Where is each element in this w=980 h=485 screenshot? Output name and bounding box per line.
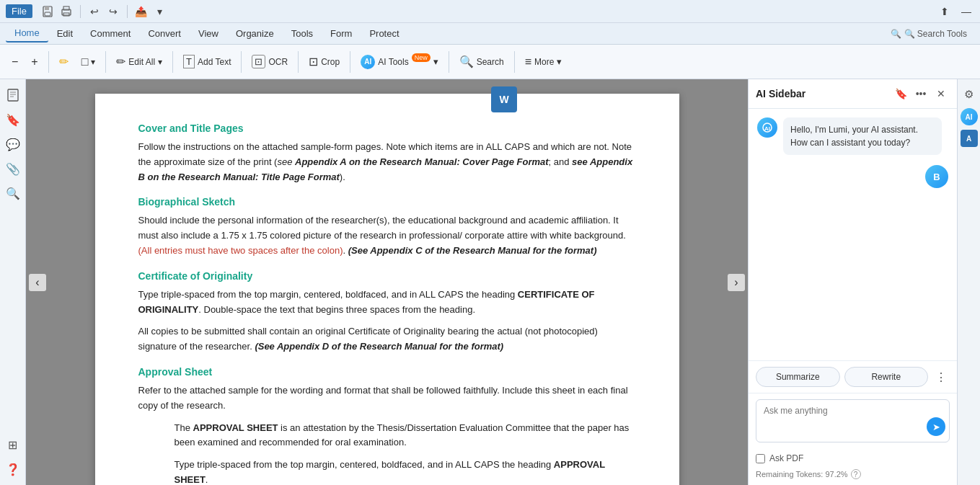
- share-icon[interactable]: 📤: [133, 4, 149, 19]
- sidebar-page-icon[interactable]: [3, 85, 23, 105]
- menu-view[interactable]: View: [190, 25, 227, 42]
- zoom-in-icon: +: [31, 55, 37, 68]
- toolbar-sep-4: [241, 51, 242, 73]
- approval-paragraph-2: The APPROVAL SHEET is an attestation by …: [175, 421, 636, 451]
- ai-header-icons: 🔖 ••• ✕: [892, 85, 950, 102]
- more-dropdown-icon[interactable]: ▾: [152, 4, 168, 19]
- highlight-icon: ✏: [59, 55, 69, 68]
- zoom-out-button[interactable]: −: [6, 50, 24, 74]
- ai-sidebar-title: AI Sidebar: [756, 88, 888, 99]
- page-prev-button[interactable]: ‹: [29, 274, 46, 291]
- crop-icon: ⊡: [309, 55, 318, 68]
- title-separator: [80, 5, 81, 18]
- word-edge-icon[interactable]: A: [961, 130, 978, 147]
- toolbar-sep-5: [298, 51, 299, 73]
- ask-pdf-row: Ask PDF: [749, 450, 957, 466]
- edit-all-label: Edit All: [128, 57, 155, 67]
- add-text-label: Add Text: [198, 57, 231, 67]
- ai-bookmark-icon[interactable]: 🔖: [892, 85, 909, 102]
- summarize-button[interactable]: Summarize: [756, 367, 840, 387]
- ai-more-icon[interactable]: •••: [912, 85, 930, 102]
- ai-input-field[interactable]: [756, 399, 950, 442]
- word-icon: W: [491, 86, 517, 112]
- left-sidebar: 🔖 💬 📎 🔍 ⊞ ❓: [0, 79, 26, 485]
- sidebar-attachment-icon[interactable]: 📎: [3, 159, 23, 179]
- right-edge: ⚙ AI A: [957, 79, 980, 485]
- highlight-button[interactable]: ✏: [53, 50, 74, 74]
- title-bar-icons: ↩ ↪ 📤 ▾: [40, 4, 168, 19]
- page-next-button[interactable]: ›: [728, 274, 745, 291]
- approval-paragraph-3: Type triple-spaced from the top margin, …: [175, 458, 636, 485]
- ocr-label: OCR: [268, 57, 288, 67]
- sidebar-bookmark-icon[interactable]: 🔖: [3, 110, 23, 130]
- add-text-icon: T: [183, 55, 195, 68]
- ai-edge-icon[interactable]: AI: [961, 108, 978, 125]
- ai-send-button[interactable]: ➤: [927, 417, 945, 436]
- settings-edge-icon[interactable]: ⚙: [960, 85, 979, 104]
- more-arrow: ▾: [557, 56, 562, 67]
- tokens-text: Remaining Tokens: 97.2%: [756, 470, 848, 479]
- ai-action-more-icon[interactable]: ⋮: [932, 368, 950, 386]
- more-button[interactable]: ≡ More ▾: [519, 50, 568, 74]
- main-area: 🔖 💬 📎 🔍 ⊞ ❓ W Cover and Title Pages Foll…: [0, 79, 980, 485]
- svg-rect-1: [45, 6, 49, 10]
- title-bar-left: File ↩ ↪ 📤 ▾: [6, 4, 168, 19]
- tokens-help-icon[interactable]: ?: [851, 469, 861, 479]
- file-menu[interactable]: File: [6, 4, 32, 18]
- word-doc-overlay: W: [491, 86, 517, 112]
- search-tools-button[interactable]: 🔍 🔍 Search Tools: [883, 27, 975, 41]
- menu-right: 🔍 🔍 Search Tools: [883, 27, 975, 41]
- save-icon[interactable]: [40, 4, 56, 19]
- toolbar-sep-3: [172, 51, 173, 73]
- menu-organize[interactable]: Organize: [227, 25, 283, 42]
- minimize-icon[interactable]: —: [958, 4, 974, 19]
- ai-input-area: ➤: [749, 393, 957, 450]
- edit-all-button[interactable]: ✏ Edit All ▾: [110, 50, 168, 74]
- search-tools-icon: 🔍: [891, 29, 901, 39]
- shapes-icon: □: [81, 55, 89, 68]
- menu-protect[interactable]: Protect: [361, 25, 407, 42]
- lumi-bubble: Hello, I'm Lumi, your AI assistant. How …: [783, 117, 942, 155]
- ai-close-icon[interactable]: ✕: [932, 85, 950, 102]
- search-button[interactable]: 🔍 Search: [454, 50, 510, 74]
- zoom-in-button[interactable]: +: [25, 50, 43, 74]
- ask-pdf-label: Ask PDF: [769, 453, 803, 463]
- sidebar-layers-icon[interactable]: ⊞: [3, 435, 23, 455]
- new-badge: New: [412, 53, 431, 62]
- doc-area[interactable]: W Cover and Title Pages Follow the instr…: [26, 79, 748, 485]
- shapes-button[interactable]: □ ▾: [76, 50, 102, 74]
- redo-icon[interactable]: ↪: [105, 4, 121, 19]
- menu-edit[interactable]: Edit: [48, 25, 81, 42]
- sidebar-help-icon[interactable]: ❓: [3, 459, 23, 479]
- print-icon[interactable]: [58, 4, 74, 19]
- menu-convert[interactable]: Convert: [139, 25, 190, 42]
- sidebar-comment-icon[interactable]: 💬: [3, 134, 23, 154]
- section-cover-title: Cover and Title Pages: [138, 123, 636, 134]
- rewrite-button[interactable]: Rewrite: [844, 367, 929, 387]
- document-page: Cover and Title Pages Follow the instruc…: [95, 94, 679, 485]
- toolbar-sep-8: [514, 51, 515, 73]
- more-icon: ≡: [525, 55, 531, 68]
- undo-icon[interactable]: ↩: [87, 4, 102, 19]
- upload-icon[interactable]: ⬆: [937, 4, 953, 19]
- title-separator-2: [127, 5, 128, 18]
- sidebar-search-icon[interactable]: 🔍: [3, 183, 23, 203]
- ocr-button[interactable]: ⊡ OCR: [246, 50, 293, 74]
- svg-rect-2: [45, 12, 50, 16]
- menu-tools[interactable]: Tools: [283, 25, 322, 42]
- cert-paragraph-2: All copies to be submitted shall contain…: [138, 324, 636, 355]
- ai-chat-area: AI Hello, I'm Lumi, your AI assistant. H…: [749, 109, 957, 360]
- menu-form[interactable]: Form: [322, 25, 361, 42]
- ai-tools-button[interactable]: AI AI Tools New ▾: [355, 50, 443, 74]
- menu-bar: Home Edit Comment Convert View Organize …: [0, 23, 980, 45]
- crop-button[interactable]: ⊡ Crop: [303, 50, 345, 74]
- menu-comment[interactable]: Comment: [81, 25, 139, 42]
- ask-pdf-checkbox[interactable]: [756, 454, 765, 463]
- menu-home[interactable]: Home: [6, 25, 48, 43]
- edit-all-arrow: ▾: [158, 57, 162, 67]
- cover-paragraph-1: Follow the instructions on the attached …: [138, 140, 636, 184]
- user-action-area: B: [757, 165, 948, 188]
- user-avatar: B: [925, 165, 948, 188]
- add-text-button[interactable]: T Add Text: [177, 50, 237, 74]
- toolbar-sep-6: [350, 51, 350, 73]
